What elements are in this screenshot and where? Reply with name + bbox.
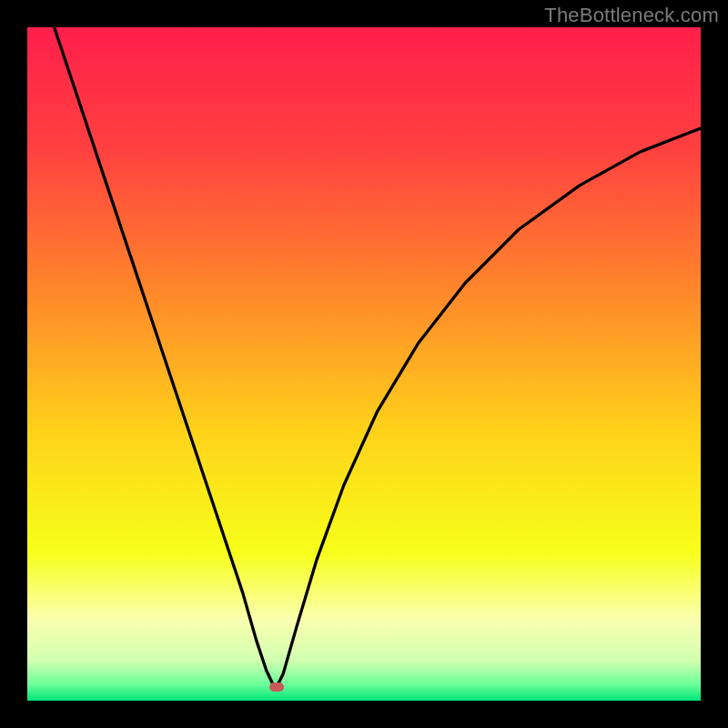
chart-frame: TheBottleneck.com [0, 0, 728, 728]
curve-left-branch [55, 27, 277, 687]
bottleneck-curve [27, 27, 701, 701]
plot-area [27, 27, 701, 701]
watermark-text: TheBottleneck.com [544, 4, 719, 27]
curve-right-branch [277, 128, 701, 687]
bottleneck-marker [269, 682, 284, 692]
